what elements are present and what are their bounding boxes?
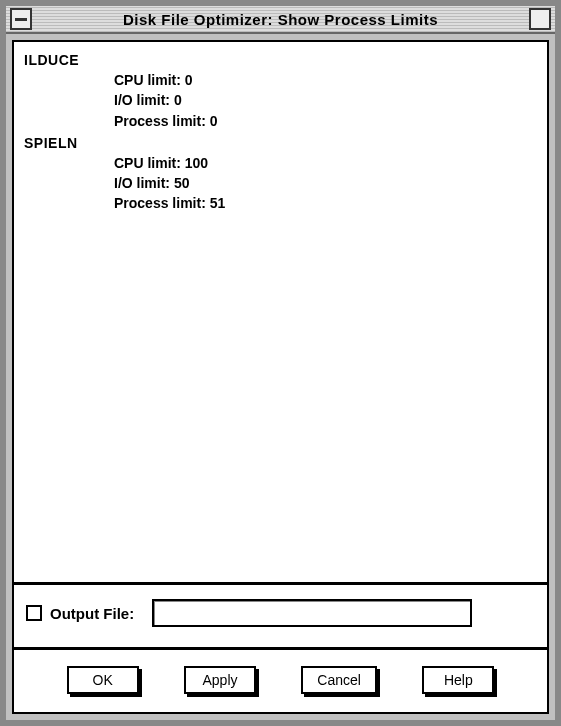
button-row: OK Apply Cancel Help [14,650,547,712]
process-limit-value: 0 [210,113,218,129]
output-file-row: Output File: [14,585,547,650]
io-limit-value: 50 [174,175,190,191]
apply-button[interactable]: Apply [184,666,256,694]
cpu-limit-label: CPU limit: [114,72,181,88]
io-limit-label: I/O limit: [114,175,170,191]
output-file-input[interactable] [152,599,472,627]
cpu-limit-label: CPU limit: [114,155,181,171]
window-control-box[interactable] [529,8,551,30]
io-limit-line: I/O limit: 0 [114,90,537,110]
cpu-limit-value: 100 [185,155,208,171]
cpu-limit-line: CPU limit: 100 [114,153,537,173]
process-limits-area: ILDUCE CPU limit: 0 I/O limit: 0 Process… [14,42,547,585]
io-limit-label: I/O limit: [114,92,170,108]
ok-button[interactable]: OK [67,666,139,694]
process-limit-label: Process limit: [114,195,206,211]
process-limit-line: Process limit: 51 [114,193,537,213]
titlebar[interactable]: Disk File Optimizer: Show Process Limits [6,6,555,34]
process-block: ILDUCE CPU limit: 0 I/O limit: 0 Process… [24,52,537,131]
process-name: SPIELN [24,135,537,151]
output-file-label: Output File: [50,605,134,622]
process-name: ILDUCE [24,52,537,68]
help-button[interactable]: Help [422,666,494,694]
process-limit-line: Process limit: 0 [114,111,537,131]
cpu-limit-value: 0 [185,72,193,88]
process-limit-value: 51 [210,195,226,211]
limits-group: CPU limit: 100 I/O limit: 50 Process lim… [114,153,537,214]
system-menu-icon[interactable] [10,8,32,30]
io-limit-line: I/O limit: 50 [114,173,537,193]
process-limit-label: Process limit: [114,113,206,129]
cpu-limit-line: CPU limit: 0 [114,70,537,90]
window-frame: Disk File Optimizer: Show Process Limits… [0,0,561,726]
output-file-checkbox[interactable] [26,605,42,621]
limits-group: CPU limit: 0 I/O limit: 0 Process limit:… [114,70,537,131]
window-title: Disk File Optimizer: Show Process Limits [32,11,529,28]
process-block: SPIELN CPU limit: 100 I/O limit: 50 Proc… [24,135,537,214]
dash-icon [15,18,27,21]
io-limit-value: 0 [174,92,182,108]
cancel-button[interactable]: Cancel [301,666,377,694]
client-area: ILDUCE CPU limit: 0 I/O limit: 0 Process… [12,40,549,714]
